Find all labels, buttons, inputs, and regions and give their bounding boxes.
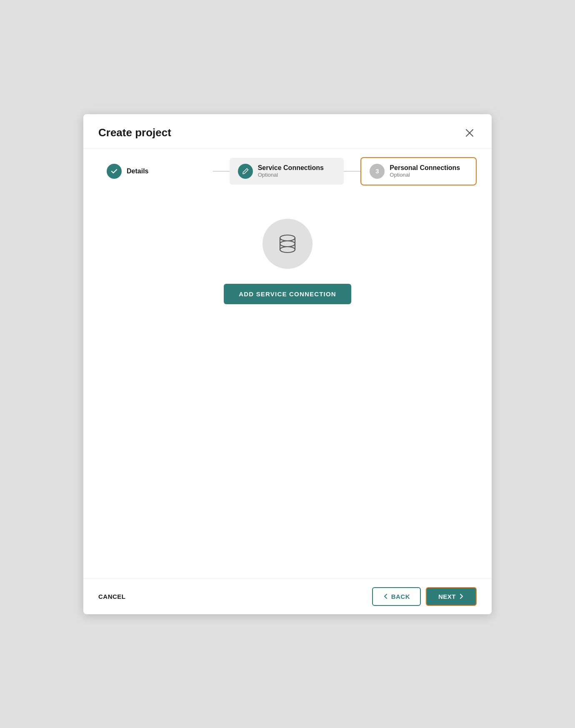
create-project-modal: Create project Details [83, 114, 492, 614]
modal-title: Create project [98, 126, 171, 139]
svg-point-4 [280, 247, 295, 253]
chevron-left-icon [383, 593, 389, 599]
svg-point-2 [280, 235, 295, 241]
svg-point-3 [280, 241, 295, 247]
cancel-button[interactable]: CANCEL [98, 593, 126, 600]
step-personal-number: 3 [375, 168, 379, 175]
back-button[interactable]: BACK [372, 587, 421, 606]
add-service-connection-button[interactable]: ADD SERVICE CONNECTION [224, 284, 351, 304]
database-icon-circle [262, 219, 312, 269]
step-details-icon [107, 164, 122, 179]
step-details-label: Details [127, 168, 148, 175]
modal-header: Create project [83, 114, 492, 149]
step-details[interactable]: Details [98, 158, 213, 185]
step-service-connections[interactable]: Service Connections Optional [230, 158, 344, 185]
step-personal-icon: 3 [370, 164, 385, 179]
chevron-right-icon [458, 593, 464, 599]
next-label: NEXT [438, 593, 456, 600]
step-personal-text: Personal Connections Optional [390, 164, 460, 178]
step-connector-2 [344, 171, 360, 172]
step-details-text: Details [127, 168, 148, 175]
stepper: Details Service Connections Optional 3 [83, 149, 492, 194]
database-icon [276, 232, 299, 255]
step-personal-sublabel: Optional [390, 172, 460, 178]
footer-actions: BACK NEXT [372, 587, 477, 606]
step-service-sublabel: Optional [258, 172, 324, 178]
step-personal-connections[interactable]: 3 Personal Connections Optional [360, 157, 477, 185]
step-service-icon [238, 164, 253, 179]
modal-footer: CANCEL BACK NEXT [83, 578, 492, 614]
back-label: BACK [391, 593, 410, 600]
close-button[interactable] [462, 126, 477, 140]
step-personal-label: Personal Connections [390, 164, 460, 172]
pencil-icon [242, 168, 249, 175]
step-service-label: Service Connections [258, 164, 324, 172]
modal-body: ADD SERVICE CONNECTION [83, 194, 492, 578]
close-icon [464, 128, 475, 138]
next-button[interactable]: NEXT [426, 587, 477, 606]
checkmark-icon [110, 168, 118, 175]
step-connector-1 [213, 171, 230, 172]
step-service-text: Service Connections Optional [258, 164, 324, 178]
